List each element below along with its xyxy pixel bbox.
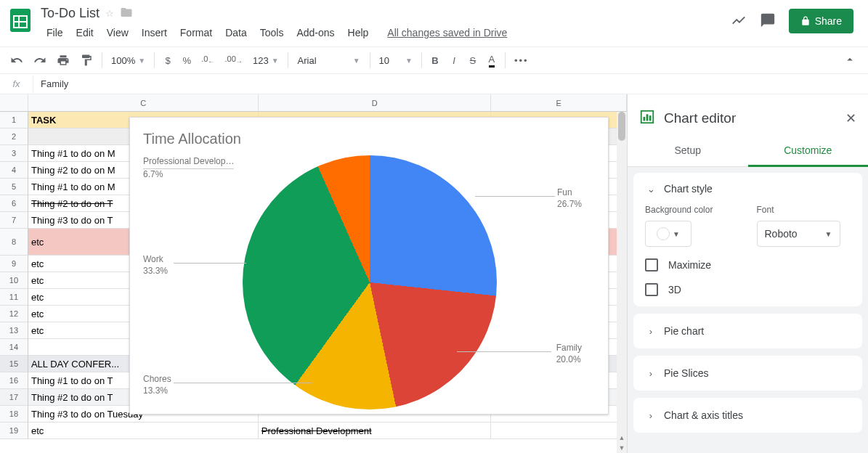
select-all-corner[interactable] bbox=[0, 94, 28, 112]
dec-decimal-button[interactable]: .0← bbox=[197, 51, 219, 70]
row-header[interactable]: 6 bbox=[0, 195, 28, 212]
inc-decimal-button[interactable]: .00→ bbox=[221, 51, 247, 70]
paint-format-button[interactable] bbox=[76, 51, 97, 70]
scrollbar-thumb[interactable] bbox=[618, 112, 625, 141]
cell[interactable] bbox=[491, 423, 627, 439]
svg-rect-5 bbox=[644, 117, 646, 121]
vertical-scrollbar[interactable]: ▲ ▼ bbox=[617, 112, 627, 453]
italic-button[interactable]: I bbox=[445, 51, 463, 70]
cell[interactable]: etc bbox=[28, 423, 259, 439]
chevron-down-icon: ⌄ bbox=[645, 184, 657, 195]
panel-title: Pie Slices bbox=[664, 367, 708, 379]
star-icon[interactable]: ☆ bbox=[105, 8, 114, 19]
number-format-dropdown[interactable]: 123▼ bbox=[248, 55, 283, 66]
menu-insert[interactable]: Insert bbox=[136, 24, 173, 41]
chart-editor-panel: Chart editor ✕ Setup Customize ⌄ Chart s… bbox=[627, 94, 868, 453]
row-header[interactable]: 18 bbox=[0, 406, 28, 423]
scroll-up-icon[interactable]: ▲ bbox=[617, 433, 627, 443]
spreadsheet-grid[interactable]: C D E 1TASKCategoryNOTES 2 3Thing #1 to … bbox=[0, 94, 627, 453]
row-header[interactable]: 1 bbox=[0, 112, 28, 128]
chart-label-fun: Fun26.7% bbox=[557, 187, 582, 210]
row-header[interactable]: 17 bbox=[0, 389, 28, 406]
menu-tools[interactable]: Tools bbox=[254, 24, 290, 41]
panel-title: Chart style bbox=[664, 183, 713, 195]
row-header[interactable]: 4 bbox=[0, 162, 28, 179]
print-button[interactable] bbox=[52, 51, 74, 70]
menu-data[interactable]: Data bbox=[219, 24, 253, 41]
leader-line bbox=[475, 196, 555, 197]
row-header[interactable]: 16 bbox=[0, 372, 28, 389]
tab-setup[interactable]: Setup bbox=[628, 136, 748, 166]
font-picker[interactable]: Roboto▼ bbox=[757, 221, 840, 247]
collapse-toolbar-button[interactable] bbox=[837, 53, 862, 68]
row-header[interactable]: 3 bbox=[0, 145, 28, 162]
activity-icon[interactable] bbox=[731, 12, 747, 30]
currency-button[interactable]: $ bbox=[159, 51, 177, 70]
chart-title: Time Allocation bbox=[143, 131, 241, 147]
row-header[interactable]: 13 bbox=[0, 322, 28, 339]
cell[interactable]: Professional Development bbox=[259, 423, 491, 439]
zoom-dropdown[interactable]: 100%▼ bbox=[107, 55, 150, 66]
row-header[interactable]: 7 bbox=[0, 212, 28, 229]
text-color-button[interactable]: A bbox=[483, 51, 500, 70]
formula-input[interactable]: Family bbox=[33, 76, 868, 92]
row-header[interactable]: 2 bbox=[0, 128, 28, 145]
chevron-right-icon: › bbox=[645, 368, 657, 379]
row-header[interactable]: 19 bbox=[0, 423, 28, 439]
menu-addons[interactable]: Add-ons bbox=[291, 24, 340, 41]
lock-icon bbox=[800, 16, 811, 26]
doc-title[interactable]: To-Do List bbox=[41, 6, 100, 21]
menu-edit[interactable]: Edit bbox=[70, 24, 100, 41]
leader-line bbox=[174, 383, 312, 383]
more-tools-button[interactable]: ••• bbox=[510, 51, 533, 70]
row-header[interactable]: 8 bbox=[0, 229, 28, 256]
svg-rect-6 bbox=[646, 114, 649, 121]
row-header[interactable]: 11 bbox=[0, 289, 28, 306]
save-status[interactable]: All changes saved in Drive bbox=[381, 24, 513, 41]
maximize-checkbox[interactable] bbox=[645, 258, 658, 272]
menubar: File Edit View Insert Format Data Tools … bbox=[41, 24, 731, 41]
redo-button[interactable] bbox=[29, 51, 51, 70]
bg-color-picker[interactable]: ▼ bbox=[645, 221, 691, 247]
menu-help[interactable]: Help bbox=[342, 24, 375, 41]
svg-rect-7 bbox=[649, 115, 652, 121]
pie-chart bbox=[243, 155, 497, 409]
panel-pie-slices[interactable]: ›Pie Slices bbox=[633, 356, 862, 391]
row-header[interactable]: 15 bbox=[0, 356, 28, 372]
chart-object[interactable]: Time Allocation Fun26.7% Family20.0% Cho… bbox=[129, 117, 609, 415]
panel-chart-axis-titles[interactable]: ›Chart & axis titles bbox=[633, 398, 862, 433]
bold-button[interactable]: B bbox=[426, 51, 444, 70]
row-header[interactable]: 5 bbox=[0, 179, 28, 195]
row-header[interactable]: 14 bbox=[0, 339, 28, 356]
font-label: Font bbox=[757, 205, 851, 215]
3d-checkbox[interactable] bbox=[645, 283, 658, 296]
tab-customize[interactable]: Customize bbox=[748, 136, 869, 167]
undo-button[interactable] bbox=[6, 51, 28, 70]
panel-chart-style-toggle[interactable]: ⌄ Chart style bbox=[645, 183, 851, 195]
row-header[interactable]: 10 bbox=[0, 272, 28, 289]
move-folder-icon[interactable] bbox=[120, 6, 133, 21]
chevron-right-icon: › bbox=[645, 326, 657, 337]
menu-format[interactable]: Format bbox=[174, 24, 218, 41]
panel-pie-chart[interactable]: ›Pie chart bbox=[633, 314, 862, 348]
scroll-down-icon[interactable]: ▼ bbox=[617, 443, 627, 453]
chart-label-chores: Chores13.3% bbox=[143, 374, 171, 396]
font-size-dropdown[interactable]: 10▼ bbox=[375, 55, 417, 66]
sheets-app-icon[interactable] bbox=[6, 6, 35, 35]
close-icon[interactable]: ✕ bbox=[845, 110, 856, 126]
col-header-c[interactable]: C bbox=[28, 94, 259, 112]
share-label: Share bbox=[815, 15, 842, 27]
percent-button[interactable]: % bbox=[178, 51, 195, 70]
strikethrough-button[interactable]: S bbox=[464, 51, 482, 70]
chart-label-prof-dev: Professional Develop…6.7% bbox=[143, 156, 234, 180]
row-header[interactable]: 9 bbox=[0, 256, 28, 272]
share-button[interactable]: Share bbox=[789, 9, 853, 33]
menu-file[interactable]: File bbox=[41, 24, 69, 41]
row-header[interactable]: 12 bbox=[0, 306, 28, 322]
font-dropdown[interactable]: Arial▼ bbox=[293, 54, 365, 67]
menu-view[interactable]: View bbox=[101, 24, 134, 41]
col-header-e[interactable]: E bbox=[491, 94, 627, 112]
col-header-d[interactable]: D bbox=[259, 94, 491, 112]
panel-title: Chart & axis titles bbox=[664, 409, 743, 421]
comments-icon[interactable] bbox=[760, 12, 776, 30]
